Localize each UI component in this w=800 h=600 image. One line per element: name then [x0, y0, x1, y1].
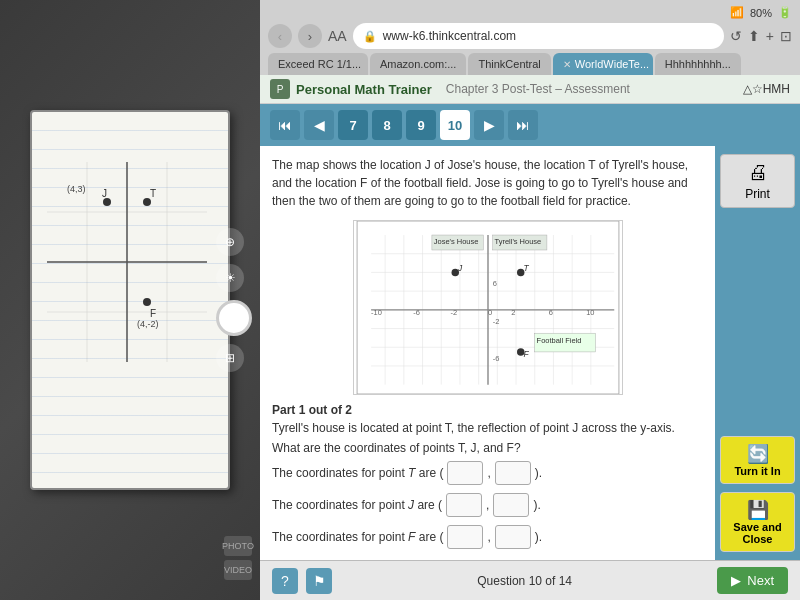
- answer-j-label: The coordinates for point J are (: [272, 498, 442, 512]
- flag-button[interactable]: ⚑: [306, 568, 332, 594]
- battery-icon: 🔋: [778, 6, 792, 19]
- share-icon[interactable]: ⬆: [748, 28, 760, 44]
- question-area: The map shows the location J of Jose's h…: [260, 146, 715, 560]
- reload-icon[interactable]: ↺: [730, 28, 742, 44]
- part-question: Tyrell's house is located at point T, th…: [272, 421, 703, 435]
- forward-button[interactable]: ›: [298, 24, 322, 48]
- comma-t: ,: [487, 466, 490, 480]
- graph-container: -10 -6 -2 0 2 6 10 10 6 -2 -6 Jose's Hou…: [272, 220, 703, 395]
- url-bar[interactable]: 🔒 www-k6.thinkcentral.com: [353, 23, 724, 49]
- f-y-input[interactable]: [495, 525, 531, 549]
- camera-view: J T F (4,3) (4,-2) ⊕ ☀ ⊞ PHOTO VIDEO: [0, 0, 260, 600]
- photo-btn[interactable]: PHOTO: [224, 536, 252, 556]
- svg-text:0: 0: [488, 308, 492, 317]
- lock-icon: 🔒: [363, 30, 377, 43]
- svg-text:Jose's House: Jose's House: [433, 237, 478, 246]
- status-bar: 📶 80% 🔋: [268, 6, 792, 23]
- right-sidebar: 🖨 Print 🔄 Turn it In 💾 Save and Close: [715, 146, 800, 560]
- tab-exceed[interactable]: Exceed RC 1/1...: [268, 53, 368, 75]
- tabs-row: Exceed RC 1/1... Amazon.com:... ThinkCen…: [268, 53, 792, 75]
- browser-panel: 📶 80% 🔋 ‹ › AA 🔒 www-k6.thinkcentral.com…: [260, 0, 800, 600]
- save-icon: 💾: [747, 499, 769, 521]
- battery-display: 80%: [750, 7, 772, 19]
- notebook-panel: J T F (4,3) (4,-2) ⊕ ☀ ⊞ PHOTO VIDEO: [0, 0, 260, 600]
- svg-text:(4,-2): (4,-2): [137, 319, 159, 329]
- back-button[interactable]: ‹: [268, 24, 292, 48]
- tabs-icon[interactable]: ⊡: [780, 28, 792, 44]
- main-area: The map shows the location J of Jose's h…: [260, 146, 800, 560]
- close-paren-f: ).: [535, 530, 542, 544]
- svg-text:J: J: [457, 263, 463, 273]
- f-x-input[interactable]: [447, 525, 483, 549]
- tab-hhh[interactable]: Hhhhhhhhh...: [655, 53, 741, 75]
- svg-point-8: [103, 198, 111, 206]
- camera-btn-1[interactable]: ⊕: [216, 228, 244, 256]
- answer-row-t: The coordinates for point T are ( , ).: [272, 461, 703, 485]
- last-question-btn[interactable]: ⏭: [508, 110, 538, 140]
- next-question-btn[interactable]: ▶: [474, 110, 504, 140]
- question-9-btn[interactable]: 9: [406, 110, 436, 140]
- print-icon: 🖨: [748, 161, 768, 184]
- close-paren-t: ).: [535, 466, 542, 480]
- turn-in-label: Turn it In: [734, 465, 780, 477]
- wifi-icon: 📶: [730, 6, 744, 19]
- print-button[interactable]: 🖨 Print: [720, 154, 795, 208]
- question-7-btn[interactable]: 7: [338, 110, 368, 140]
- what-are-text: What are the coordinates of points T, J,…: [272, 441, 703, 455]
- turn-in-icon: 🔄: [747, 443, 769, 465]
- turn-in-button[interactable]: 🔄 Turn it In: [720, 436, 795, 484]
- t-y-input[interactable]: [495, 461, 531, 485]
- hmh-logo: △☆HMH: [743, 82, 790, 96]
- camera-btn-3[interactable]: ⊞: [216, 344, 244, 372]
- bottom-left-controls: ? ⚑: [272, 568, 332, 594]
- tab-close-icon[interactable]: ✕: [563, 59, 571, 70]
- video-btn[interactable]: VIDEO: [224, 560, 252, 580]
- shutter-button[interactable]: [216, 300, 252, 336]
- tab-thinkcentral-label: ThinkCentral: [478, 58, 540, 70]
- svg-text:F: F: [150, 308, 156, 319]
- reader-mode-icon[interactable]: AA: [328, 28, 347, 44]
- coordinate-graph: -10 -6 -2 0 2 6 10 10 6 -2 -6 Jose's Hou…: [353, 220, 623, 395]
- answer-f-label: The coordinates for point F are (: [272, 530, 443, 544]
- svg-point-12: [143, 298, 151, 306]
- nav-controls: ⏮ ◀ 7 8 9 10 ▶ ⏭: [260, 104, 800, 146]
- tab-thinkcentral[interactable]: ThinkCentral: [468, 53, 550, 75]
- svg-text:-10: -10: [371, 308, 382, 317]
- answer-row-f: The coordinates for point F are ( , ).: [272, 525, 703, 549]
- svg-text:T: T: [150, 188, 156, 199]
- prev-question-btn[interactable]: ◀: [304, 110, 334, 140]
- svg-text:J: J: [102, 188, 107, 199]
- tab-amazon-label: Amazon.com:...: [380, 58, 456, 70]
- help-button[interactable]: ?: [272, 568, 298, 594]
- j-y-input[interactable]: [493, 493, 529, 517]
- tab-amazon[interactable]: Amazon.com:...: [370, 53, 466, 75]
- question-8-btn[interactable]: 8: [372, 110, 402, 140]
- t-x-input[interactable]: [447, 461, 483, 485]
- next-bottom-button[interactable]: ▶ Next: [717, 567, 788, 594]
- comma-j: ,: [486, 498, 489, 512]
- camera-btn-2[interactable]: ☀: [216, 264, 244, 292]
- svg-text:(4,3): (4,3): [67, 184, 86, 194]
- hmh-text: △☆HMH: [743, 82, 790, 96]
- svg-text:F: F: [523, 349, 529, 359]
- svg-text:6: 6: [492, 279, 496, 288]
- tab-hhh-label: Hhhhhhhhh...: [665, 58, 731, 70]
- camera-controls: ⊕ ☀ ⊞: [216, 228, 252, 372]
- save-close-button[interactable]: 💾 Save and Close: [720, 492, 795, 552]
- app-title: Personal Math Trainer: [296, 82, 432, 97]
- add-tab-icon[interactable]: +: [766, 28, 774, 44]
- bottom-controls: PHOTO VIDEO: [224, 536, 252, 580]
- svg-text:T: T: [523, 263, 529, 273]
- question-10-btn[interactable]: 10: [440, 110, 470, 140]
- tab-worldwidte[interactable]: ✕ WorldWideTe...: [553, 53, 653, 75]
- flag-icon: ⚑: [313, 573, 326, 589]
- bottom-bar: ? ⚑ Question 10 of 14 ▶ Next: [260, 560, 800, 600]
- tab-exceed-label: Exceed RC 1/1...: [278, 58, 361, 70]
- first-question-btn[interactable]: ⏮: [270, 110, 300, 140]
- j-x-input[interactable]: [446, 493, 482, 517]
- browser-chrome: 📶 80% 🔋 ‹ › AA 🔒 www-k6.thinkcentral.com…: [260, 0, 800, 75]
- svg-text:Football Field: Football Field: [536, 336, 581, 345]
- save-close-label: Save and Close: [729, 521, 786, 545]
- svg-text:2: 2: [511, 308, 515, 317]
- nav-row: ‹ › AA 🔒 www-k6.thinkcentral.com ↺ ⬆ + ⊡: [268, 23, 792, 49]
